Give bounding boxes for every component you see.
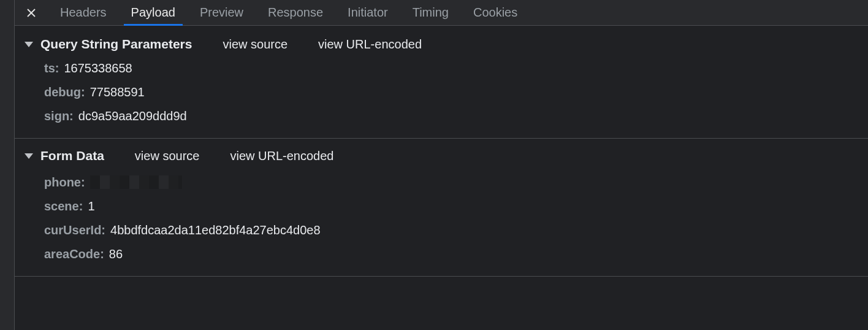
- section-form-data: Form Data view source view URL-encoded p…: [15, 146, 868, 277]
- payload-content: Query String Parameters view source view…: [15, 26, 868, 330]
- tab-cookies[interactable]: Cookies: [461, 0, 530, 26]
- kv-row: phone:: [44, 168, 868, 194]
- section-title: Form Data: [40, 148, 104, 163]
- kv-key: curUserId:: [44, 223, 105, 237]
- kv-key: areaCode:: [44, 247, 104, 261]
- section-header: Form Data view source view URL-encoded: [15, 146, 868, 168]
- chevron-down-icon[interactable]: [25, 42, 33, 47]
- tab-bar: Headers Payload Preview Response Initiat…: [15, 0, 868, 26]
- kv-key: phone:: [44, 175, 85, 190]
- view-source-link[interactable]: view source: [223, 37, 287, 52]
- kv-list: phone: scene: 1 curUserId: 4bbdfdcaa2da1…: [15, 168, 868, 266]
- kv-value: 77588591: [90, 85, 145, 99]
- close-button[interactable]: [15, 0, 48, 26]
- left-gutter: [0, 0, 15, 330]
- kv-key: sign:: [44, 109, 74, 123]
- section-query-string-parameters: Query String Parameters view source view…: [15, 34, 868, 139]
- kv-value: dc9a59aa209ddd9d: [78, 109, 187, 123]
- kv-row: areaCode: 86: [44, 242, 868, 266]
- tab-initiator[interactable]: Initiator: [335, 0, 400, 26]
- tab-response[interactable]: Response: [256, 0, 335, 26]
- kv-row: scene: 1: [44, 194, 868, 218]
- tab-timing[interactable]: Timing: [400, 0, 461, 26]
- section-header: Query String Parameters view source view…: [15, 34, 868, 56]
- kv-row: ts: 1675338658: [44, 56, 868, 80]
- tab-preview[interactable]: Preview: [188, 0, 256, 26]
- kv-value: 1: [88, 199, 94, 213]
- section-title: Query String Parameters: [40, 37, 192, 52]
- tab-headers[interactable]: Headers: [48, 0, 119, 26]
- kv-list: ts: 1675338658 debug: 77588591 sign: dc9…: [15, 56, 868, 128]
- view-source-link[interactable]: view source: [135, 149, 200, 163]
- kv-key: scene:: [44, 199, 83, 213]
- kv-key: ts:: [44, 61, 59, 75]
- kv-row: curUserId: 4bbdfdcaa2da11ed82bf4a27ebc4d…: [44, 218, 868, 242]
- tab-payload[interactable]: Payload: [119, 0, 188, 26]
- redacted-block: [90, 175, 182, 189]
- kv-value-redacted: [90, 173, 182, 190]
- view-url-encoded-link[interactable]: view URL-encoded: [318, 37, 422, 52]
- kv-row: sign: dc9a59aa209ddd9d: [44, 104, 868, 128]
- close-icon: [26, 8, 36, 18]
- chevron-down-icon[interactable]: [25, 153, 33, 159]
- kv-value: 1675338658: [64, 61, 132, 75]
- kv-value: 4bbdfdcaa2da11ed82bf4a27ebc4d0e8: [110, 223, 321, 237]
- main-panel: Headers Payload Preview Response Initiat…: [15, 0, 868, 330]
- kv-row: debug: 77588591: [44, 80, 868, 104]
- kv-key: debug:: [44, 85, 85, 99]
- view-url-encoded-link[interactable]: view URL-encoded: [230, 149, 333, 163]
- kv-value: 86: [109, 247, 123, 261]
